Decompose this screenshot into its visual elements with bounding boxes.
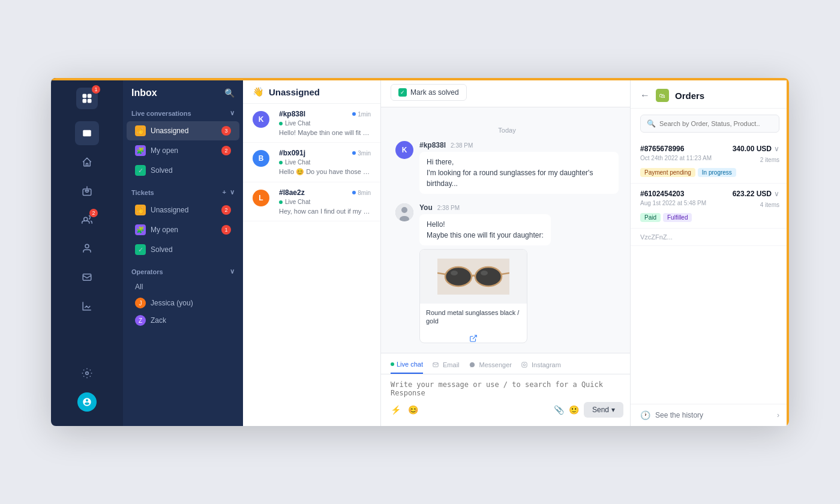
send-button[interactable]: Send ▾ (584, 402, 623, 418)
operator-zack[interactable]: Z Zack (127, 312, 239, 329)
search-icon-btn[interactable]: 🔍 (224, 88, 235, 98)
tickets-myopen-badge: 1 (221, 225, 231, 235)
unassigned-icon: 👋 (135, 125, 146, 136)
orders-back-button[interactable]: ← (640, 90, 650, 101)
left-panel-header: Inbox 🔍 (123, 78, 243, 106)
svg-point-6 (88, 190, 89, 191)
app-logo[interactable]: 1 (76, 88, 98, 109)
product-image (420, 250, 527, 304)
operator-all[interactable]: All (127, 280, 239, 294)
msg-sender-1: You (419, 203, 433, 212)
chat-tab-email[interactable]: Email (433, 358, 460, 374)
check-icon: ✓ (398, 88, 407, 97)
sidebar-nav: 2 (75, 121, 99, 361)
chat-input[interactable] (391, 380, 623, 397)
nav-item-solved[interactable]: ✓ Solved (127, 161, 239, 180)
live-conversations-label: Live conversations (131, 110, 191, 117)
tickets-add-icon[interactable]: + (223, 188, 226, 196)
section-tickets[interactable]: Tickets + ∨ (123, 185, 243, 200)
operators-chevron: ∨ (230, 268, 235, 275)
tickets-myopen-icon: 🧩 (135, 224, 146, 235)
sidebar-icon-home[interactable] (75, 150, 99, 174)
svg-rect-0 (83, 94, 87, 98)
order-badges-0: Payment pending In progress (640, 168, 779, 177)
chat-tab-messenger[interactable]: Messenger (469, 358, 512, 374)
msg-time-0: 2:38 PM (451, 142, 473, 149)
sidebar-icon-settings[interactable] (75, 361, 99, 385)
orders-search: 🔍 (640, 115, 779, 133)
order-item-0-header: #8765678996 340.00 USD ∨ (640, 145, 779, 153)
nav-item-tickets-solved[interactable]: ✓ Solved (127, 240, 239, 259)
chat-footer: Live chat Email Messenger Instagram (381, 353, 633, 426)
orders-search-icon: 🔍 (647, 119, 656, 128)
conv-list-title-text: Unassigned (269, 87, 320, 97)
conv-list-title: 👋 Unassigned (253, 86, 320, 97)
unassigned-badge: 3 (221, 126, 231, 136)
left-panel: Inbox 🔍 Live conversations ∨ 👋 Unassigne… (123, 78, 243, 426)
emoji-face-icon[interactable]: 😊 (408, 405, 418, 415)
nav-item-tickets-unassigned[interactable]: 👋 Unassigned 2 (127, 200, 239, 220)
send-label: Send (592, 406, 609, 414)
chat-tab-livechat[interactable]: Live chat (391, 358, 423, 374)
order-item-0[interactable]: #8765678996 340.00 USD ∨ Oct 24th 2022 a… (631, 139, 789, 184)
orders-panel: ← 🛍 Orders 🔍 #8765678996 340.00 USD ∨ Oc… (630, 80, 789, 426)
order-date-0: Oct 24th 2022 at 11:23 AM (640, 155, 712, 161)
channel-dot-2 (279, 200, 283, 204)
conv-time-2: 8min (352, 190, 371, 196)
conv-time-1: 3min (352, 150, 371, 157)
msg-bubble-0: Hi there,I'm looking for a round sunglas… (419, 152, 619, 194)
order-items-count-0: 2 items (760, 157, 779, 163)
user-avatar[interactable] (77, 392, 97, 412)
lightning-icon[interactable]: ⚡ (391, 405, 401, 415)
see-history-row[interactable]: 🕐 See the history › (631, 404, 789, 426)
operator-jessica[interactable]: J Jessica (you) (127, 295, 239, 311)
conv-item-1[interactable]: B #bx091j 3min Live Chat Hello 😊 Do you … (243, 143, 380, 182)
mark-solved-button[interactable]: ✓ Mark as solved (391, 84, 467, 101)
conv-item-0[interactable]: K #kp838l 1min Live Chat Hello! Maybe th… (243, 104, 380, 143)
conv-preview-0: Hello! Maybe thin one will fit your dau.… (279, 129, 371, 136)
msg-bubble-1: Hello!Maybe this one will fit your daugh… (419, 214, 551, 245)
sidebar-icon-users[interactable]: 2 (75, 208, 99, 232)
conv-avatar-0: K (253, 111, 269, 128)
section-operators[interactable]: Operators ∨ (123, 264, 243, 279)
operator-jessica-label: Jessica (you) (151, 299, 193, 307)
chat-action-icons: ⚡ 😊 (391, 405, 418, 415)
order-item-1-header: #6102454203 623.22 USD ∨ (640, 190, 779, 198)
chat-tab-instagram[interactable]: Instagram (521, 358, 561, 374)
conv-avatar-2: L (253, 190, 269, 206)
live-conversations-chevron: ∨ (230, 109, 235, 117)
msg-content-0: #kp838l 2:38 PM Hi there,I'm looking for… (419, 141, 619, 194)
attachment-icon[interactable]: 📎 (554, 405, 564, 415)
nav-item-unassigned[interactable]: 👋 Unassigned 3 (127, 121, 239, 140)
conv-dot-1 (352, 151, 356, 155)
emoji-icon[interactable]: 🙂 (569, 405, 579, 415)
nav-item-myopen[interactable]: 🧩 My open 2 (127, 141, 239, 160)
msg-meta-1: You 2:38 PM (419, 203, 619, 212)
sidebar-icon-inbox[interactable] (75, 121, 99, 145)
sidebar-icon-person[interactable] (75, 236, 99, 260)
nav-item-tickets-myopen[interactable]: 🧩 My open 1 (127, 220, 239, 239)
conv-item-2[interactable]: L #l8ae2z 8min Live Chat Hey, how can I … (243, 182, 380, 221)
section-live-conversations[interactable]: Live conversations ∨ (123, 106, 243, 121)
orders-search-input[interactable] (659, 120, 773, 127)
product-link[interactable] (420, 334, 527, 343)
tickets-solved-icon: ✓ (135, 244, 146, 255)
message-0: K #kp838l 2:38 PM Hi there,I'm looking f… (395, 141, 619, 194)
order-date-1: Aug 1st 2022 at 5:48 PM (640, 200, 706, 206)
order-id-1: #6102454203 (640, 190, 684, 198)
svg-point-5 (85, 190, 86, 191)
tickets-chevron: ∨ (230, 188, 235, 196)
tickets-unassigned-icon: 👋 (135, 205, 146, 215)
product-name: Round metal sunglasses black / gold (426, 308, 521, 326)
conv-avatar-1: B (253, 150, 269, 167)
product-card[interactable]: Round metal sunglasses black / gold (419, 249, 527, 343)
solved-label: Solved (151, 166, 173, 175)
messenger-label: Messenger (479, 361, 512, 368)
sidebar: 1 (51, 78, 123, 426)
tickets-label: Tickets (131, 189, 154, 196)
sidebar-icon-chart[interactable] (75, 294, 99, 318)
sidebar-icon-mail[interactable] (75, 265, 99, 289)
order-item-1[interactable]: #6102454203 623.22 USD ∨ Aug 1st 2022 at… (631, 184, 789, 229)
conv-dot-0 (352, 112, 356, 116)
sidebar-icon-bot[interactable] (75, 179, 99, 203)
